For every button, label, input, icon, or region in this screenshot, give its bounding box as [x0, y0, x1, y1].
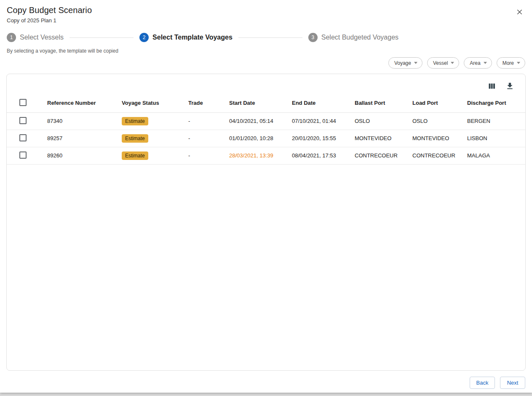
back-button[interactable]: Back: [470, 377, 495, 389]
cell-trade: -: [188, 130, 229, 147]
cell-start-date: 28/03/2021, 13:39: [229, 147, 292, 164]
cell-discharge-port: MALAGA: [467, 147, 525, 164]
step-select-budgeted-voyages[interactable]: 3 Select Budgeted Voyages: [308, 33, 398, 42]
cell-ballast-port: CONTRECOEUR: [355, 147, 412, 164]
table-row[interactable]: 89260 Estimate - 28/03/2021, 13:39 08/04…: [7, 147, 525, 164]
step-2-label: Select Template Voyages: [152, 34, 233, 41]
row-checkbox[interactable]: [19, 134, 27, 141]
col-ballast-port: Ballast Port: [355, 94, 412, 112]
cell-load-port: OSLO: [412, 112, 467, 130]
voyages-table: Reference Number Voyage Status Trade Sta…: [7, 94, 525, 165]
step-connector: [238, 37, 302, 38]
cell-trade: -: [188, 147, 229, 164]
filter-voyage-label: Voyage: [394, 60, 411, 66]
copy-budget-scenario-dialog: Copy Budget Scenario Copy of 2025 Plan 1…: [0, 0, 532, 393]
stepper: 1 Select Vessels 2 Select Template Voyag…: [0, 33, 532, 42]
filter-bar: Voyage Vessel Area More: [0, 57, 532, 69]
step-1-label: Select Vessels: [20, 34, 64, 41]
cell-start-date: 01/01/2020, 10:28: [229, 130, 292, 147]
cell-end-date: 08/04/2021, 17:53: [292, 147, 355, 164]
filter-voyage[interactable]: Voyage: [388, 57, 422, 69]
dialog-header: Copy Budget Scenario Copy of 2025 Plan 1: [0, 0, 532, 24]
cell-load-port: CONTRECOEUR: [412, 147, 467, 164]
helper-text: By selecting a voyage, the template will…: [0, 48, 532, 54]
step-3-label: Select Budgeted Voyages: [321, 34, 398, 41]
col-end-date: End Date: [292, 94, 355, 112]
cell-discharge-port: LISBON: [467, 130, 525, 147]
col-reference-number: Reference Number: [47, 94, 122, 112]
dialog-footer: Back Next: [0, 371, 532, 389]
cell-load-port: MONTEVIDEO: [412, 130, 467, 147]
step-connector: [70, 37, 134, 38]
close-icon[interactable]: [514, 6, 525, 18]
cell-reference-number: 89260: [47, 147, 122, 164]
filter-more[interactable]: More: [497, 57, 525, 69]
status-badge: Estimate: [122, 117, 148, 125]
status-badge: Estimate: [122, 151, 148, 160]
table-toolbar: [7, 74, 525, 94]
voyages-table-card: Reference Number Voyage Status Trade Sta…: [6, 74, 526, 371]
step-2-circle: 2: [139, 33, 149, 42]
col-voyage-status: Voyage Status: [122, 94, 188, 112]
table-row[interactable]: 89257 Estimate - 01/01/2020, 10:28 20/01…: [7, 130, 525, 147]
cell-end-date: 20/01/2020, 15:55: [292, 130, 355, 147]
table-header-row: Reference Number Voyage Status Trade Sta…: [7, 94, 525, 112]
dialog-title-block: Copy Budget Scenario Copy of 2025 Plan 1: [7, 5, 92, 24]
step-select-template-voyages[interactable]: 2 Select Template Voyages: [139, 33, 233, 42]
row-checkbox[interactable]: [19, 117, 27, 124]
filter-area[interactable]: Area: [464, 57, 492, 69]
cell-end-date: 07/10/2021, 01:44: [292, 112, 355, 130]
cell-trade: -: [188, 112, 229, 130]
step-3-circle: 3: [308, 33, 318, 42]
step-select-vessels[interactable]: 1 Select Vessels: [7, 33, 64, 42]
page-title: Copy Budget Scenario: [7, 5, 92, 15]
cell-ballast-port: MONTEVIDEO: [355, 130, 412, 147]
cell-reference-number: 87340: [47, 112, 122, 130]
table-row[interactable]: 87340 Estimate - 04/10/2021, 05:14 07/10…: [7, 112, 525, 130]
filter-area-label: Area: [470, 60, 480, 66]
row-checkbox[interactable]: [19, 151, 27, 159]
status-badge: Estimate: [122, 134, 148, 143]
columns-icon[interactable]: [487, 81, 497, 91]
filter-vessel[interactable]: Vessel: [427, 57, 459, 69]
cell-reference-number: 89257: [47, 130, 122, 147]
col-load-port: Load Port: [412, 94, 467, 112]
next-button[interactable]: Next: [500, 377, 525, 389]
chevron-down-icon: [484, 62, 487, 64]
chevron-down-icon: [451, 62, 454, 64]
chevron-down-icon: [517, 62, 520, 64]
col-start-date: Start Date: [229, 94, 292, 112]
cell-discharge-port: BERGEN: [467, 112, 525, 130]
page-subtitle: Copy of 2025 Plan 1: [7, 17, 92, 24]
step-1-circle: 1: [7, 33, 16, 42]
chevron-down-icon: [414, 62, 417, 64]
download-icon[interactable]: [505, 81, 515, 91]
col-trade: Trade: [188, 94, 229, 112]
filter-more-label: More: [503, 60, 514, 66]
select-all-checkbox[interactable]: [19, 99, 27, 106]
cell-start-date: 04/10/2021, 05:14: [229, 112, 292, 130]
cell-ballast-port: OSLO: [355, 112, 412, 130]
col-discharge-port: Discharge Port: [467, 94, 525, 112]
filter-vessel-label: Vessel: [433, 60, 448, 66]
